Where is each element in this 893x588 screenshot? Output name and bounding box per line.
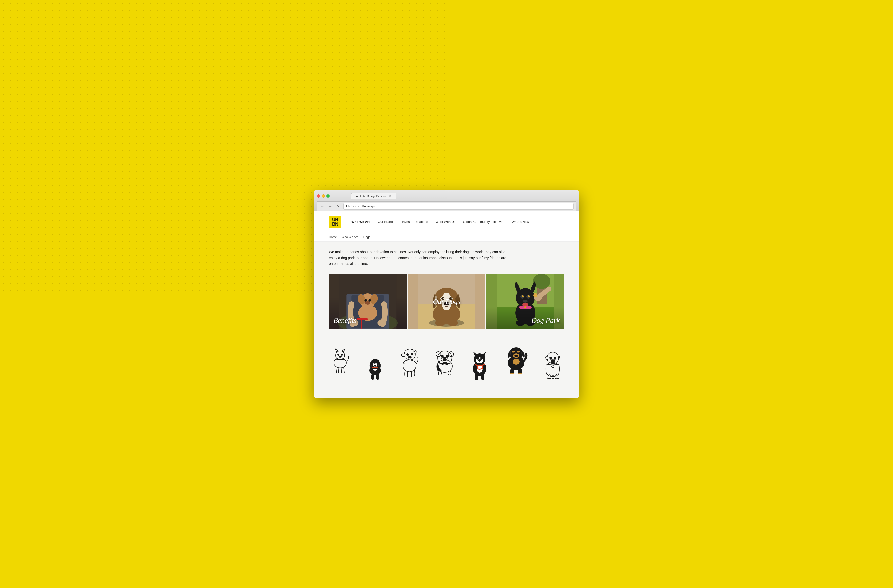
back-button[interactable]: ← <box>319 203 325 209</box>
svg-point-30 <box>448 319 458 326</box>
svg-point-109 <box>518 372 522 374</box>
svg-point-76 <box>448 352 454 356</box>
svg-point-72 <box>409 356 412 358</box>
svg-point-46 <box>524 306 526 308</box>
svg-point-43 <box>523 299 528 302</box>
photo-card-benefits[interactable]: Benefits <box>329 274 407 329</box>
svg-point-112 <box>551 359 555 362</box>
nav-item-work-with-us[interactable]: Work With Us <box>436 220 455 224</box>
browser-tab[interactable]: Joe Fritz: Design Director ✕ <box>351 192 396 199</box>
nav-item-global-community[interactable]: Global Community Initiatives <box>463 220 504 224</box>
tab-bar: Joe Fritz: Design Director ✕ <box>351 192 396 199</box>
svg-point-52 <box>336 351 345 360</box>
svg-point-50 <box>533 293 537 297</box>
illustrations-section <box>329 341 564 385</box>
dogpark-card-label: Dog Park <box>531 316 559 325</box>
svg-point-80 <box>446 355 448 356</box>
svg-rect-93 <box>475 374 478 380</box>
breadcrumb-current: Dogs <box>364 235 370 239</box>
svg-point-104 <box>514 355 517 357</box>
svg-point-117 <box>552 365 554 368</box>
dog-illustration-7 <box>541 350 564 379</box>
svg-rect-81 <box>443 359 446 361</box>
svg-line-53 <box>337 367 337 373</box>
dog-svg-4 <box>433 349 456 375</box>
svg-rect-82 <box>439 371 442 375</box>
close-button[interactable] <box>317 194 320 198</box>
svg-line-55 <box>341 368 342 373</box>
tab-close-button[interactable]: ✕ <box>388 194 392 198</box>
svg-rect-69 <box>372 367 379 368</box>
nav-item-our-brands[interactable]: Our Brands <box>378 220 394 224</box>
dog-svg-5 <box>469 352 490 380</box>
svg-line-54 <box>338 368 339 373</box>
dog-illustration-6 <box>504 347 529 374</box>
dog-svg-2 <box>365 356 386 380</box>
benefits-card-label: Benefits <box>334 316 357 325</box>
breadcrumb: Home › Who We Are › Dogs <box>314 233 579 242</box>
site-header: UR BN Who We Are Our Brands Investor Rel… <box>314 211 579 233</box>
svg-point-91 <box>481 357 482 359</box>
nav-item-who-we-are[interactable]: Who We Are <box>352 220 370 224</box>
svg-point-57 <box>338 354 339 355</box>
svg-point-5 <box>377 319 386 326</box>
intro-paragraph: We make no bones about our devotion to c… <box>329 249 509 267</box>
logo-text: UR BN <box>332 217 338 226</box>
browser-content: UR BN Who We Are Our Brands Investor Rel… <box>314 211 579 398</box>
browser-window: Joe Fritz: Design Director ✕ ← → ✕ UR <box>314 190 579 398</box>
svg-point-102 <box>513 352 514 353</box>
svg-point-11 <box>368 299 371 302</box>
svg-point-66 <box>374 365 376 366</box>
browser-chrome: Joe Fritz: Design Director ✕ ← → ✕ <box>314 190 579 211</box>
svg-point-92 <box>478 359 481 361</box>
svg-point-65 <box>376 362 377 364</box>
photo-card-ourdogs[interactable]: Our Dogs <box>408 274 486 329</box>
svg-point-105 <box>513 359 520 365</box>
back-icon: ← <box>321 205 324 208</box>
close-icon: ✕ <box>337 205 340 208</box>
nav-item-whats-new[interactable]: What's New <box>511 220 529 224</box>
site-logo[interactable]: UR BN <box>329 216 341 228</box>
svg-rect-67 <box>372 374 374 380</box>
svg-rect-115 <box>553 375 556 379</box>
site-main: We make no bones about our devotion to c… <box>314 242 579 398</box>
dog-illustration-4 <box>433 349 456 375</box>
breadcrumb-who-we-are[interactable]: Who We Are <box>342 235 358 239</box>
main-nav: Who We Are Our Brands Investor Relations… <box>352 220 564 224</box>
dog-svg-7 <box>541 350 564 379</box>
svg-point-41 <box>522 296 523 296</box>
svg-rect-94 <box>481 374 484 380</box>
forward-button[interactable]: → <box>328 203 334 209</box>
svg-point-10 <box>364 299 367 302</box>
dog-illustration-2 <box>365 356 386 380</box>
tab-title: Joe Fritz: Design Director <box>355 195 386 198</box>
svg-point-12 <box>365 301 370 305</box>
ourdogs-card-label: Our Dogs <box>433 298 460 305</box>
dog-svg-6 <box>504 347 529 374</box>
address-bar[interactable] <box>343 203 574 210</box>
svg-point-64 <box>373 362 374 364</box>
svg-point-29 <box>435 319 445 326</box>
breadcrumb-arrow-2: › <box>361 236 361 238</box>
svg-rect-13 <box>356 318 368 320</box>
photo-card-dogpark[interactable]: Dog Park <box>486 274 564 329</box>
svg-rect-83 <box>448 371 451 375</box>
svg-point-42 <box>528 296 529 296</box>
minimize-button[interactable] <box>322 194 325 198</box>
maximize-button[interactable] <box>326 194 330 198</box>
dog-illustration-5 <box>469 352 490 380</box>
svg-rect-116 <box>556 374 559 379</box>
svg-point-70 <box>407 353 409 356</box>
close-nav-button[interactable]: ✕ <box>335 203 341 209</box>
svg-rect-114 <box>550 375 553 379</box>
svg-point-79 <box>442 355 442 356</box>
svg-point-110 <box>550 357 552 359</box>
photo-grid: Benefits <box>329 274 564 329</box>
nav-item-investor-relations[interactable]: Investor Relations <box>402 220 428 224</box>
dog-svg-3 <box>399 347 420 377</box>
svg-rect-68 <box>377 374 379 380</box>
svg-line-56 <box>344 367 344 373</box>
dog-svg-1 <box>329 347 352 374</box>
breadcrumb-home[interactable]: Home <box>329 235 337 239</box>
dog-illustration-1 <box>329 347 352 374</box>
